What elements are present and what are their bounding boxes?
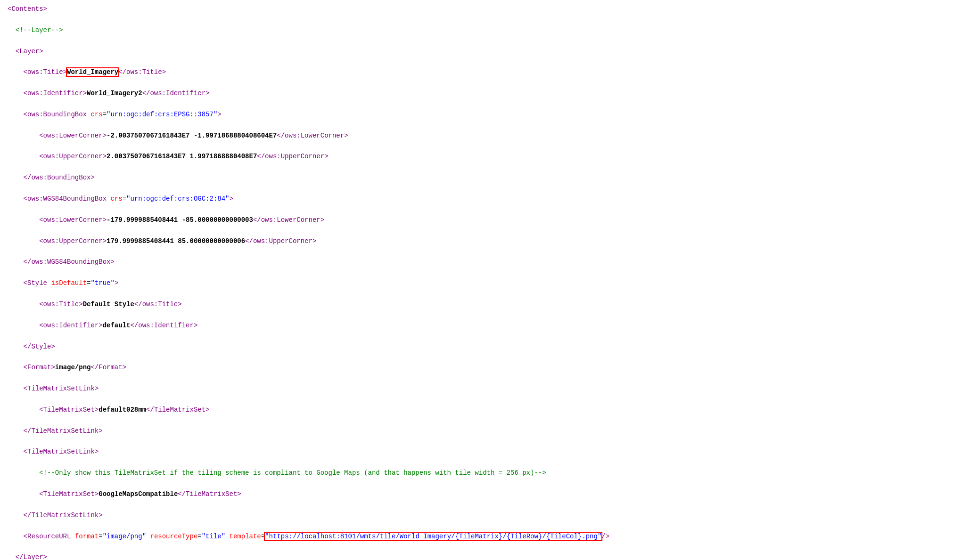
xml-tag: <Style xyxy=(24,279,51,287)
xml-line: <TileMatrixSetLink> xyxy=(8,383,954,394)
highlighted-text: World_Imagery xyxy=(67,68,118,76)
xml-line: <!--Layer--> xyxy=(8,25,954,35)
xml-tag: <TileMatrixSetLink> xyxy=(24,385,99,392)
xml-line: <Layer> xyxy=(8,46,954,57)
attr-name: crs xyxy=(110,195,122,203)
xml-tag: <TileMatrixSetLink> xyxy=(24,448,99,455)
xml-text: default xyxy=(103,322,131,329)
plain-text: = xyxy=(261,533,265,540)
url-value: "https://localhost:8101/wmts/tile/World_… xyxy=(265,533,601,540)
xml-text: Default Style xyxy=(83,300,134,308)
xml-line: <ows:Identifier>World_Imagery2</ows:Iden… xyxy=(8,88,954,98)
xml-line: <ows:LowerCorner>-2.0037507067161843E7 -… xyxy=(8,130,954,141)
attr-name: isDefault xyxy=(51,279,87,287)
xml-tag: </ows:Title> xyxy=(118,68,166,76)
xml-tag: <Format> xyxy=(24,364,55,371)
xml-line: </Layer> xyxy=(8,552,954,560)
xml-tag: <TileMatrixSet> xyxy=(39,406,99,414)
xml-tag: </ows:WGS84BoundingBox> xyxy=(24,258,115,266)
xml-tag: <TileMatrixSet> xyxy=(39,490,99,498)
xml-tag: <ows:Identifier> xyxy=(39,322,102,329)
attr-value: "image/png" xyxy=(103,533,146,540)
xml-line: <TileMatrixSet>default028mm</TileMatrixS… xyxy=(8,405,954,415)
xml-line: </Style> xyxy=(8,341,954,352)
xml-line: <ows:BoundingBox crs="urn:ogc:def:crs:EP… xyxy=(8,109,954,120)
xml-tag: <ResourceURL xyxy=(24,533,75,540)
xml-tag: <ows:LowerCorner> xyxy=(39,216,107,224)
xml-tag: > xyxy=(230,195,233,203)
xml-tag: </TileMatrixSet> xyxy=(178,490,241,498)
xml-line: <!--Only show this TileMatrixSet if the … xyxy=(8,468,954,478)
xml-line: <ows:Identifier>default</ows:Identifier> xyxy=(8,320,954,331)
xml-tag: > xyxy=(217,111,221,118)
xml-tag: <Contents> xyxy=(8,5,47,13)
attr-value: "urn:ogc:def:crs:OGC:2:84" xyxy=(126,195,229,203)
xml-tag: </Layer> xyxy=(16,553,47,560)
xml-text: image/png xyxy=(55,364,91,371)
xml-line: </ows:WGS84BoundingBox> xyxy=(8,257,954,267)
xml-line: </TileMatrixSetLink> xyxy=(8,510,954,520)
plain-text: = xyxy=(99,533,102,540)
xml-tag: <ows:Title> xyxy=(39,300,82,308)
xml-text: World_Imagery2 xyxy=(87,89,142,97)
attr-value: "urn:ogc:def:crs:EPSG::3857" xyxy=(107,111,217,118)
xml-tag: <ows:BoundingBox xyxy=(24,111,91,118)
xml-line: </TileMatrixSetLink> xyxy=(8,426,954,436)
attr-name: format xyxy=(75,533,99,540)
plain-text xyxy=(225,533,229,540)
xml-tag: </Style> xyxy=(24,343,55,350)
xml-tag: </ows:LowerCorner> xyxy=(253,216,324,224)
xml-comment: <!--Only show this TileMatrixSet if the … xyxy=(39,469,546,477)
xml-tag: <ows:WGS84BoundingBox xyxy=(24,195,111,203)
xml-tag: </ows:Identifier> xyxy=(142,89,210,97)
xml-tag: <ows:Identifier> xyxy=(24,89,87,97)
xml-line: </ows:BoundingBox> xyxy=(8,172,954,183)
xml-line: <Format>image/png</Format> xyxy=(8,362,954,373)
xml-tag: </TileMatrixSetLink> xyxy=(24,427,103,435)
xml-line: <ows:WGS84BoundingBox crs="urn:ogc:def:c… xyxy=(8,194,954,204)
xml-tag: <ows:UpperCorner> xyxy=(39,237,107,245)
xml-text: 179.9999885408441 85.00000000000006 xyxy=(107,237,245,245)
plain-text: = xyxy=(123,195,126,203)
xml-line: <ows:UpperCorner>2.0037507067161843E7 1.… xyxy=(8,151,954,162)
xml-tag: <ows:Title> xyxy=(24,68,67,76)
xml-tag: </ows:Title> xyxy=(134,300,182,308)
xml-text: 2.0037507067161843E7 1.9971868880408E7 xyxy=(107,153,257,160)
attr-name: resourceType xyxy=(150,533,197,540)
xml-line: <Contents> xyxy=(8,4,954,14)
xml-line: <ResourceURL format="image/png" resource… xyxy=(8,531,954,542)
xml-text: GoogleMapsCompatible xyxy=(99,490,178,498)
plain-text: = xyxy=(103,111,107,118)
xml-text: default028mm xyxy=(99,406,146,414)
xml-tag: <Layer> xyxy=(16,48,43,55)
xml-text: -179.9999885408441 -85.00000000000003 xyxy=(107,216,253,224)
xml-tag: </Format> xyxy=(90,364,126,371)
attr-value: "tile" xyxy=(202,533,225,540)
xml-comment: <!--Layer--> xyxy=(16,26,63,34)
xml-tag: <ows:LowerCorner> xyxy=(39,132,107,139)
xml-tag: </ows:Identifier> xyxy=(130,322,197,329)
xml-tag: </ows:LowerCorner> xyxy=(277,132,348,139)
xml-line: <Style isDefault="true"> xyxy=(8,278,954,288)
xml-tag: /> xyxy=(601,533,609,540)
attr-name: template xyxy=(230,533,261,540)
xml-tag: </ows:UpperCorner> xyxy=(257,153,328,160)
xml-tag: > xyxy=(115,279,118,287)
xml-line: <TileMatrixSetLink> xyxy=(8,446,954,457)
xml-line: <ows:Title>World_Imagery</ows:Title> xyxy=(8,67,954,77)
xml-text: -2.0037507067161843E7 -1.997186888040860… xyxy=(107,132,277,139)
attr-value: "true" xyxy=(90,279,114,287)
xml-line: <ows:Title>Default Style</ows:Title> xyxy=(8,299,954,309)
attr-name: crs xyxy=(90,111,102,118)
xml-tag: </ows:UpperCorner> xyxy=(245,237,316,245)
xml-tag: </ows:BoundingBox> xyxy=(24,174,95,181)
xml-tag: </TileMatrixSetLink> xyxy=(24,511,103,519)
xml-line: <ows:LowerCorner>-179.9999885408441 -85.… xyxy=(8,215,954,225)
xml-tag: <ows:UpperCorner> xyxy=(39,153,107,160)
xml-line: <ows:UpperCorner>179.9999885408441 85.00… xyxy=(8,236,954,246)
xml-line: <TileMatrixSet>GoogleMapsCompatible</Til… xyxy=(8,489,954,499)
xml-tag: </TileMatrixSet> xyxy=(146,406,209,414)
plain-text: = xyxy=(197,533,201,540)
xml-content: <Contents> <!--Layer--> <Layer> <ows:Tit… xyxy=(0,0,962,560)
